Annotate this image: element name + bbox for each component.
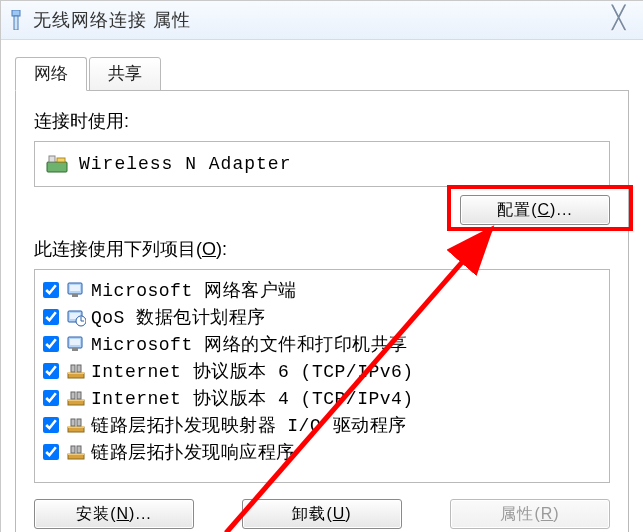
tab-pane-network: 连接时使用: Wireless N Adapter 配置(C)... 此连接使用… [15, 91, 629, 532]
proto-icon [65, 360, 87, 382]
svg-rect-19 [68, 399, 84, 401]
list-item[interactable]: Internet 协议版本 6 (TCP/IPv6) [39, 357, 605, 384]
client-icon [65, 279, 87, 301]
properties-button[interactable]: 属性(R) [450, 499, 610, 529]
list-item-checkbox[interactable] [43, 282, 59, 298]
list-item-checkbox[interactable] [43, 336, 59, 352]
window-title: 无线网络连接 属性 [33, 8, 191, 32]
svg-rect-2 [47, 162, 67, 172]
svg-rect-17 [77, 365, 81, 372]
qos-icon [65, 306, 87, 328]
close-icon[interactable]: ╳ [612, 5, 625, 31]
list-item[interactable]: Internet 协议版本 4 (TCP/IPv4) [39, 384, 605, 411]
list-item-label: 链路层拓扑发现映射器 I/O 驱动程序 [91, 413, 407, 437]
uses-items-label: 此连接使用下列项目(O): [34, 237, 610, 261]
svg-rect-6 [70, 285, 80, 291]
svg-rect-20 [71, 392, 75, 399]
adapter-field[interactable]: Wireless N Adapter [34, 141, 610, 187]
list-item-label: Microsoft 网络客户端 [91, 278, 297, 302]
svg-rect-7 [72, 294, 78, 297]
properties-dialog: 无线网络连接 属性 ╳ 网络 共享 连接时使用: Wireless N Adap… [0, 0, 643, 532]
svg-rect-29 [77, 446, 81, 453]
svg-rect-16 [71, 365, 75, 372]
list-item[interactable]: QoS 数据包计划程序 [39, 303, 605, 330]
svg-rect-15 [68, 372, 84, 374]
configure-button[interactable]: 配置(C)... [460, 195, 610, 225]
list-item-checkbox[interactable] [43, 417, 59, 433]
tab-strip: 网络 共享 [15, 56, 629, 91]
svg-rect-21 [77, 392, 81, 399]
list-item[interactable]: 链路层拓扑发现响应程序 [39, 438, 605, 465]
tab-sharing[interactable]: 共享 [89, 57, 161, 91]
proto-icon [65, 441, 87, 463]
list-item-checkbox[interactable] [43, 363, 59, 379]
list-item[interactable]: Microsoft 网络的文件和打印机共享 [39, 330, 605, 357]
svg-rect-23 [68, 426, 84, 428]
svg-rect-3 [49, 156, 55, 162]
adapter-name: Wireless N Adapter [79, 154, 291, 174]
svg-rect-25 [77, 419, 81, 426]
components-listbox[interactable]: Microsoft 网络客户端QoS 数据包计划程序Microsoft 网络的文… [34, 269, 610, 483]
svg-rect-0 [12, 10, 20, 16]
svg-rect-13 [72, 348, 78, 351]
uninstall-button[interactable]: 卸载(U) [242, 499, 402, 529]
proto-icon [65, 387, 87, 409]
app-icon [7, 9, 25, 31]
button-row: 安装(N)... 卸载(U) 属性(R) [34, 499, 610, 529]
list-item[interactable]: Microsoft 网络客户端 [39, 276, 605, 303]
list-item[interactable]: 链路层拓扑发现映射器 I/O 驱动程序 [39, 411, 605, 438]
list-item-label: QoS 数据包计划程序 [91, 305, 266, 329]
svg-rect-28 [71, 446, 75, 453]
svg-rect-4 [57, 158, 65, 162]
list-item-checkbox[interactable] [43, 309, 59, 325]
svg-rect-24 [71, 419, 75, 426]
connect-using-label: 连接时使用: [34, 109, 610, 133]
list-item-checkbox[interactable] [43, 444, 59, 460]
proto-icon [65, 414, 87, 436]
svg-rect-27 [68, 453, 84, 455]
list-item-checkbox[interactable] [43, 390, 59, 406]
install-button[interactable]: 安装(N)... [34, 499, 194, 529]
client-icon [65, 333, 87, 355]
svg-rect-1 [14, 16, 18, 30]
svg-rect-12 [70, 339, 80, 345]
list-item-label: Internet 协议版本 6 (TCP/IPv6) [91, 359, 414, 383]
tab-network[interactable]: 网络 [15, 57, 87, 91]
list-item-label: Microsoft 网络的文件和打印机共享 [91, 332, 408, 356]
title-bar: 无线网络连接 属性 ╳ [1, 1, 643, 40]
list-item-label: Internet 协议版本 4 (TCP/IPv4) [91, 386, 414, 410]
list-item-label: 链路层拓扑发现响应程序 [91, 440, 295, 464]
adapter-icon [45, 153, 69, 175]
